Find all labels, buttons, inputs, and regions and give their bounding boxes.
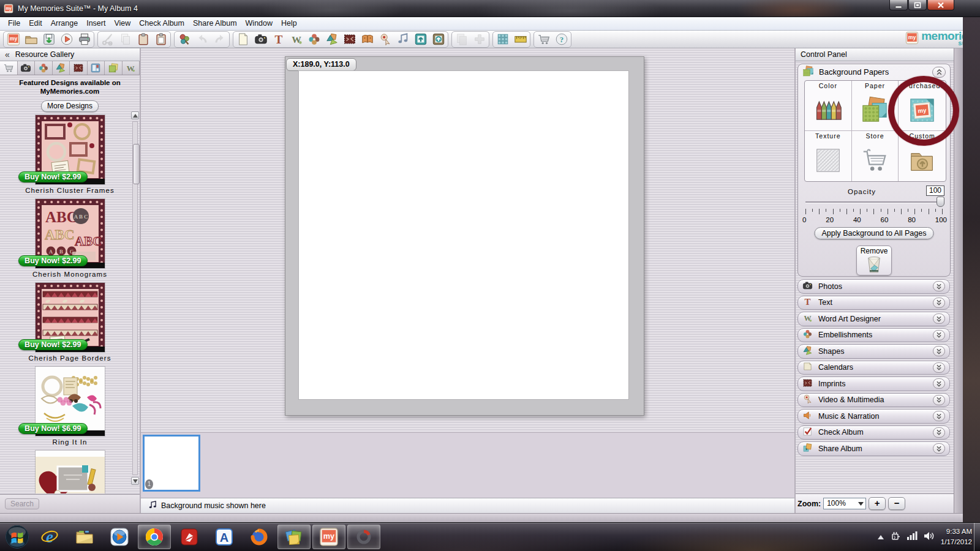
collapse-gallery-button[interactable]: « — [5, 50, 10, 59]
opacity-value-field[interactable]: 100 — [926, 186, 944, 196]
gallery-scrollbar[interactable] — [131, 111, 139, 485]
toolbar-store-button[interactable] — [535, 32, 552, 47]
menu-file[interactable]: File — [4, 17, 24, 30]
expand-section-button[interactable] — [933, 378, 945, 389]
clock[interactable]: 9:33 AM 1/17/2012 — [941, 527, 972, 547]
zoom-in-button[interactable]: + — [869, 497, 886, 510]
section-video-multimedia[interactable]: Video & Multimedia — [797, 393, 950, 408]
gallery-tab-layouts[interactable] — [88, 61, 105, 75]
expand-section-button[interactable] — [933, 427, 945, 438]
start-button[interactable] — [3, 523, 31, 551]
volume-icon[interactable] — [924, 531, 935, 543]
scroll-track[interactable] — [132, 121, 138, 475]
page-thumbnail[interactable]: 1 — [143, 435, 200, 492]
toolbar-arrange-tool-button[interactable] — [175, 32, 193, 47]
toolbar-save-button[interactable] — [40, 32, 58, 47]
gallery-tab-embellishments[interactable] — [35, 61, 53, 75]
toolbar-measure-button[interactable] — [511, 32, 529, 47]
toolbar-add-text-button[interactable]: T — [270, 32, 287, 47]
scroll-thumb[interactable] — [133, 144, 140, 184]
taskbar-firefox[interactable] — [243, 525, 276, 549]
expand-section-button[interactable] — [933, 330, 945, 340]
toolbar-add-shape-button[interactable] — [323, 32, 341, 47]
close-button[interactable] — [927, 0, 954, 10]
taskbar-pdf-shield[interactable] — [173, 525, 206, 549]
bg-source-color[interactable]: Color — [805, 81, 852, 131]
taskbar-internet-explorer[interactable]: e — [33, 525, 66, 549]
design-thumbnail[interactable]: Buy Now! $2.99 — [36, 283, 105, 352]
toolbar-new-album-button[interactable]: my — [4, 32, 22, 47]
taskbar-installer[interactable] — [347, 525, 380, 549]
apply-background-button[interactable]: Apply Background to All Pages — [815, 227, 934, 239]
toolbar-paste-style-button[interactable] — [152, 32, 170, 47]
toolbar-export-button[interactable] — [58, 32, 75, 47]
gallery-tab-papers[interactable] — [105, 61, 123, 75]
taskbar-windows-explorer[interactable] — [68, 525, 101, 549]
menu-arrange[interactable]: Arrange — [47, 17, 82, 30]
section-calendars[interactable]: Calendars — [797, 361, 950, 375]
buy-now-badge[interactable]: Buy Now! $2.99 — [18, 171, 87, 182]
expand-section-button[interactable] — [933, 346, 945, 356]
toolbar-add-photo-button[interactable] — [252, 32, 270, 47]
design-thumbnail[interactable] — [36, 451, 105, 493]
section-text[interactable]: T Text — [797, 296, 950, 310]
opacity-slider-thumb[interactable] — [937, 197, 944, 207]
restore-button[interactable] — [908, 0, 927, 10]
gallery-tab-word-art[interactable]: W — [123, 61, 140, 75]
section-imprints[interactable]: Imprints — [797, 377, 950, 391]
section-word-art-designer[interactable]: W Word Art Designer — [797, 312, 950, 326]
taskbar-app-a[interactable]: A — [208, 525, 241, 549]
taskbar-my-memories-suite[interactable]: my — [312, 525, 345, 549]
expand-section-button[interactable] — [933, 362, 945, 373]
section-music-narration[interactable]: Music & Narration — [797, 409, 950, 424]
toolbar-word-art-button[interactable]: W — [287, 32, 305, 47]
opacity-slider[interactable] — [805, 201, 943, 203]
menu-edit[interactable]: Edit — [24, 17, 47, 30]
toolbar-add-video-button[interactable] — [358, 32, 376, 47]
toolbar-add-interactive-button[interactable] — [376, 32, 394, 47]
toolbar-paste-button[interactable] — [134, 32, 152, 47]
expand-section-button[interactable] — [933, 313, 945, 324]
zoom-select[interactable]: 100% — [823, 498, 866, 509]
section-shapes[interactable]: Shapes — [797, 344, 950, 359]
gallery-tab-store[interactable] — [0, 61, 18, 75]
taskbar-chrome[interactable] — [138, 525, 171, 549]
menu-share-album[interactable]: Share Album — [189, 17, 241, 30]
scroll-down-arrow[interactable] — [131, 477, 139, 485]
buy-now-badge[interactable]: Buy Now! $6.99 — [18, 423, 87, 434]
power-plug-icon[interactable] — [891, 531, 901, 544]
toolbar-add-imprint-button[interactable] — [341, 32, 358, 47]
toolbar-print-button[interactable] — [75, 32, 93, 47]
section-check-album[interactable]: Check Album — [797, 425, 950, 440]
gallery-tab-shapes[interactable] — [53, 61, 70, 75]
buy-now-badge[interactable]: Buy Now! $2.99 — [18, 339, 87, 350]
network-signal-icon[interactable] — [907, 531, 918, 542]
toolbar-layouts-button[interactable] — [494, 32, 511, 47]
scroll-up-arrow[interactable] — [131, 111, 139, 119]
toolbar-add-embellishment-button[interactable] — [305, 32, 323, 47]
bg-source-store[interactable]: Store — [852, 131, 899, 181]
section-embellishments[interactable]: Embellishments — [797, 328, 950, 343]
menu-check-album[interactable]: Check Album — [135, 17, 189, 30]
expand-section-button[interactable] — [933, 411, 945, 421]
toolbar-photo-box-button[interactable] — [412, 32, 429, 47]
expand-section-button[interactable] — [933, 281, 945, 291]
album-page[interactable] — [298, 70, 629, 400]
buy-now-badge[interactable]: Buy Now! $2.99 — [18, 255, 87, 266]
bg-source-texture[interactable]: Texture — [805, 131, 852, 181]
expand-section-button[interactable] — [933, 298, 945, 308]
menu-insert[interactable]: Insert — [82, 17, 110, 30]
section-photos[interactable]: Photos — [797, 279, 950, 294]
toolbar-photo-box-alt-button[interactable] — [429, 32, 447, 47]
remove-background-button[interactable]: Remove — [856, 246, 892, 276]
show-desktop-button[interactable] — [974, 523, 980, 551]
menu-window[interactable]: Window — [241, 17, 277, 30]
section-share-album[interactable]: Share Album — [797, 441, 950, 456]
minimize-button[interactable] — [889, 0, 908, 10]
expand-section-button[interactable] — [933, 443, 945, 454]
menu-view[interactable]: View — [110, 17, 135, 30]
toolbar-new-page-button[interactable] — [234, 32, 252, 47]
toolbar-add-music-button[interactable] — [394, 32, 412, 47]
collapse-section-button[interactable] — [932, 67, 946, 78]
design-thumbnail[interactable]: ABCA B CABCABCABC Buy Now! $2.99 — [36, 199, 105, 268]
